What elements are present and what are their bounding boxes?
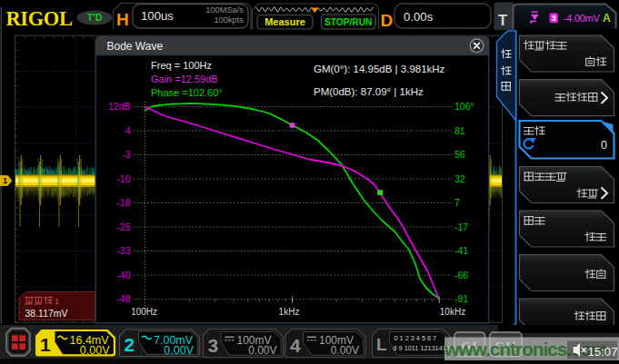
svg-text:-48: -48	[116, 293, 130, 304]
svg-text:0.00V: 0.00V	[80, 344, 110, 357]
svg-text:3: 3	[208, 335, 219, 356]
svg-text:A: A	[603, 12, 611, 25]
svg-text:12dB: 12dB	[108, 101, 131, 112]
svg-text:-4.00mV: -4.00mV	[564, 13, 600, 24]
svg-text:7: 7	[454, 197, 460, 208]
svg-text:2: 2	[125, 334, 135, 355]
svg-text:Bode Wave: Bode Wave	[107, 40, 164, 53]
svg-text:-66: -66	[454, 270, 468, 280]
svg-text:4: 4	[125, 125, 131, 136]
svg-text:0: 0	[601, 139, 607, 152]
svg-text:38.117mV: 38.117mV	[25, 308, 68, 319]
svg-text:0 1 2 3 4 5 6 7: 0 1 2 3 4 5 6 7	[394, 334, 437, 342]
svg-text:Measure: Measure	[265, 16, 305, 27]
svg-text:1kHz: 1kHz	[279, 307, 300, 317]
svg-text:-40: -40	[116, 270, 130, 280]
svg-text:106°: 106°	[454, 101, 474, 112]
svg-text:PM(0dB): 87.09° | 1kHz: PM(0dB): 87.09° | 1kHz	[314, 86, 424, 97]
svg-text:1: 1	[55, 297, 59, 306]
svg-text:Freq = 100Hz: Freq = 100Hz	[151, 60, 212, 71]
svg-text:100us: 100us	[141, 9, 174, 23]
svg-text:-17: -17	[454, 221, 468, 232]
svg-text:0.00s: 0.00s	[404, 10, 434, 24]
svg-text:RIGOL: RIGOL	[6, 7, 73, 30]
svg-text:Phase =102.60°: Phase =102.60°	[151, 87, 223, 98]
svg-text:STOP/RUN: STOP/RUN	[324, 17, 372, 27]
svg-text:0.00V: 0.00V	[248, 344, 276, 357]
svg-text:0.00V: 0.00V	[164, 344, 194, 357]
svg-text:1: 1	[40, 334, 51, 355]
svg-text:H: H	[116, 10, 129, 29]
svg-text:100MSa/s: 100MSa/s	[205, 5, 244, 15]
svg-text:Gain =12.59dB: Gain =12.59dB	[151, 74, 218, 84]
svg-text:81: 81	[454, 125, 465, 136]
svg-text:3: 3	[552, 13, 556, 23]
svg-text:56: 56	[454, 149, 465, 160]
svg-text:10kHz: 10kHz	[440, 307, 465, 317]
svg-text:-91: -91	[454, 293, 468, 304]
svg-text:-3: -3	[122, 149, 130, 160]
svg-text:-10: -10	[116, 173, 130, 184]
svg-text:1: 1	[3, 176, 7, 185]
svg-text:100kpts: 100kpts	[214, 15, 244, 25]
svg-text:L: L	[376, 335, 387, 354]
svg-text:-18: -18	[116, 197, 130, 208]
svg-text:0.00V: 0.00V	[331, 344, 359, 357]
svg-text:4: 4	[290, 335, 301, 356]
svg-text:100Hz: 100Hz	[131, 307, 157, 317]
svg-text:GM(0°): 14.95dB | 3.981kHz: GM(0°): 14.95dB | 3.981kHz	[314, 64, 445, 74]
svg-text:D: D	[381, 11, 394, 30]
svg-text:T: T	[498, 12, 507, 28]
svg-text:15:07: 15:07	[588, 345, 618, 359]
svg-text:-41: -41	[454, 245, 468, 256]
svg-text:T'D: T'D	[87, 12, 103, 23]
svg-text:-25: -25	[116, 221, 130, 232]
svg-text:8 9 1011 12131415: 8 9 1011 12131415	[394, 344, 450, 352]
svg-text:32: 32	[454, 173, 465, 184]
svg-text:-33: -33	[116, 245, 130, 256]
